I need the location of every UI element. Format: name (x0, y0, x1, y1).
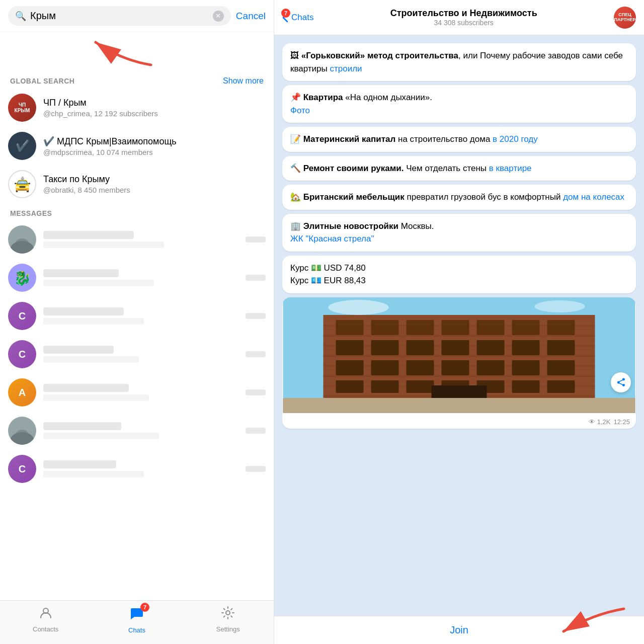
svg-rect-15 (371, 320, 399, 335)
view-count: 👁 1,2K (589, 418, 610, 426)
blurred-time (246, 389, 266, 395)
svg-point-2 (226, 611, 230, 615)
tab-chats[interactable]: 7 Chats (91, 606, 182, 634)
svg-rect-14 (336, 320, 364, 335)
blurred-message (43, 471, 144, 477)
message-bubble-6: 🏢 Элитные новостройки Москвы. ЖК "Красна… (282, 214, 636, 252)
blurred-time (246, 428, 266, 434)
search-input[interactable] (30, 10, 209, 22)
message-text-4: Чем отделать стены (404, 164, 489, 173)
svg-rect-33 (512, 360, 540, 375)
list-item[interactable]: С (0, 450, 274, 488)
chat-footer: Join (274, 616, 644, 644)
search-result-chp[interactable]: ЧПКРЫМ ЧП / Крым @chp_crimea, 12 192 sub… (0, 89, 274, 127)
avatar: С (8, 455, 36, 483)
message-time: 12:25 (613, 418, 630, 426)
message-link-3[interactable]: в 2020 году (493, 134, 538, 144)
message-bold-2: Квартира (303, 93, 343, 102)
blurred-message (43, 356, 139, 363)
svg-rect-35 (336, 380, 364, 393)
message-bold-1: «Горьковский» метод строительства (301, 51, 458, 60)
list-item[interactable]: С (0, 335, 274, 373)
message-link-1[interactable]: строили (330, 64, 362, 73)
svg-rect-28 (336, 360, 364, 375)
list-item[interactable]: А (0, 373, 274, 412)
avatar-chp: ЧПКРЫМ (8, 94, 36, 122)
join-button[interactable]: Join (450, 624, 468, 636)
global-search-section: GLOBAL SEARCH Show more ЧПКРЫМ ЧП / Крым… (0, 72, 274, 203)
result-meta-taxi: @obratki, 8 450 members (43, 186, 266, 194)
svg-rect-17 (442, 320, 469, 335)
result-name-mdps: ✔️ МДПС Крым|Взаимопомощь (43, 136, 266, 147)
clear-search-button[interactable]: ✕ (213, 11, 224, 22)
message-bold-4: Ремонт своими руками. (303, 164, 404, 173)
arrow-annotation (0, 32, 274, 72)
svg-rect-11 (324, 375, 595, 377)
list-item[interactable]: С (0, 297, 274, 335)
message-bold-5: Британский мебельщик (303, 192, 405, 202)
avatar: С (8, 340, 36, 368)
message-bubble-4: 🔨 Ремонт своими руками. Чем отделать сте… (282, 156, 636, 181)
join-arrow-icon (543, 604, 634, 644)
message-link-5[interactable]: дом на колесах (563, 192, 624, 202)
svg-rect-20 (547, 320, 575, 335)
blurred-message (43, 318, 144, 325)
search-result-mdps[interactable]: ✔️ ✔️ МДПС Крым|Взаимопомощь @mdpscrimea… (0, 127, 274, 165)
show-more-button[interactable]: Show more (223, 76, 264, 86)
message-link-4[interactable]: в квартире (489, 164, 532, 173)
message-link-2[interactable]: Фото (290, 106, 310, 115)
list-item[interactable] (0, 220, 274, 259)
chat-header: 7 Chats Строительство и Недвижимость 34 … (274, 0, 644, 35)
list-item[interactable] (0, 412, 274, 450)
avatar: А (8, 378, 36, 407)
message-bold-6: Элитные новостройки (303, 221, 398, 231)
messages-section: MESSAGES 🐉 С (0, 205, 274, 488)
result-name-taxi: Такси по Крыму (43, 174, 266, 185)
blurred-name (43, 269, 119, 277)
blurred-name (43, 231, 134, 239)
message-bubble-5: 🏡 Британский мебельщик превратил грузово… (282, 185, 636, 210)
message-emoji-4: 🔨 (290, 164, 303, 173)
back-button[interactable]: 7 Chats (282, 13, 313, 23)
tab-chats-label: Chats (128, 626, 145, 634)
svg-rect-18 (477, 320, 505, 335)
blurred-name (43, 422, 121, 430)
blurred-message (43, 394, 149, 401)
result-meta-chp: @chp_crimea, 12 192 subscribers (43, 109, 266, 118)
message-link-6[interactable]: ЖК "Красная стрела" (290, 234, 374, 244)
search-icon: 🔍 (15, 11, 26, 22)
tab-contacts[interactable]: Contacts (0, 606, 91, 634)
tab-settings[interactable]: Settings (183, 606, 274, 634)
svg-rect-23 (407, 340, 434, 355)
channel-name: Строительство и Недвижимость (319, 8, 608, 19)
svg-rect-16 (407, 320, 434, 335)
tab-contacts-label: Contacts (33, 625, 58, 633)
avatar: С (8, 302, 36, 330)
building-image (282, 297, 636, 413)
list-item[interactable]: 🐉 (0, 259, 274, 297)
channel-info[interactable]: Строительство и Недвижимость 34 308 subs… (319, 8, 608, 27)
chats-icon: 7 (129, 606, 144, 624)
cancel-button[interactable]: Cancel (236, 11, 266, 22)
message-bold-3: Материнский капитал (303, 134, 396, 144)
avatar-mdps: ✔️ (8, 132, 36, 160)
message-bubble-3: 📝 Материнский капитал на строительство д… (282, 127, 636, 152)
right-panel: 7 Chats Строительство и Недвижимость 34 … (274, 0, 644, 644)
message-emoji-5: 🏡 (290, 192, 303, 202)
share-icon (616, 378, 625, 387)
blurred-message (43, 280, 154, 286)
svg-rect-42 (432, 385, 487, 399)
tab-bar: Contacts 7 Chats Settings (0, 600, 274, 644)
svg-rect-19 (512, 320, 540, 335)
result-info-chp: ЧП / Крым @chp_crimea, 12 192 subscriber… (43, 98, 266, 118)
share-button[interactable] (611, 372, 631, 392)
message-text-2: «На одном дыхании». (343, 93, 432, 102)
back-badge: 7 (281, 9, 290, 18)
message-emoji-6: 🏢 (290, 221, 303, 231)
svg-rect-24 (442, 340, 469, 355)
message-bubble-7: Курс 💵 USD 74,80Курс 💶 EUR 88,43 (282, 256, 636, 293)
global-search-header: GLOBAL SEARCH Show more (0, 72, 274, 89)
svg-rect-7 (324, 335, 595, 337)
search-result-taxi[interactable]: 🚖 Такси по Крыму @obratki, 8 450 members (0, 165, 274, 203)
blurred-time (246, 313, 266, 319)
